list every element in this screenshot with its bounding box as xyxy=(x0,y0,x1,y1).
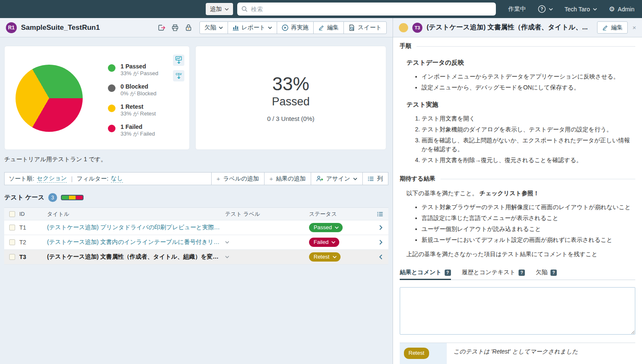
status-pill[interactable]: Failed xyxy=(309,238,339,247)
columns-button[interactable]: 列 xyxy=(362,173,388,185)
row-checkbox[interactable] xyxy=(9,225,15,230)
print-icon[interactable] xyxy=(170,23,180,33)
tab-history-context[interactable]: 履歴とコンテキスト ? xyxy=(462,269,525,280)
add-result-button-label: 結果の追加 xyxy=(276,175,305,183)
list-item: テスト用文書を削除→復元し、復元されることを確認する。 xyxy=(422,156,635,165)
help-badge-icon[interactable]: ? xyxy=(550,270,557,276)
defects-button[interactable]: 欠陥 xyxy=(199,21,228,34)
list-item: テスト対象機能のダイアログを表示し、テストデータ用の設定を行う。 xyxy=(422,125,635,134)
report-button[interactable]: レポート xyxy=(228,21,277,34)
filter-label: フィルター: xyxy=(77,175,108,183)
add-label-button[interactable]: + ラベルの追加 xyxy=(211,173,264,185)
chart-legend: 1 Passed33% が Passed 0 Blocked0% が Block… xyxy=(108,63,158,138)
legend-item-blocked: 0 Blocked0% が Blocked xyxy=(108,83,158,97)
divider xyxy=(440,179,635,179)
svg-text:?: ? xyxy=(540,6,543,11)
chevron-down-icon xyxy=(225,8,229,10)
tab-defects[interactable]: 欠陥 ? xyxy=(536,269,557,280)
open-case-chevron-icon[interactable] xyxy=(379,225,383,230)
help-menu[interactable]: ? xyxy=(538,5,553,13)
filter-value-link[interactable]: なし xyxy=(111,175,123,183)
list-item: 画面を確認し、表記上問題がないか、エクスポートされたデータが正しい情報かを確認す… xyxy=(422,136,635,154)
expected-intro-bold: チェックリスト参照！ xyxy=(480,190,539,196)
label-dropdown-icon[interactable] xyxy=(225,241,229,244)
case-title-link[interactable]: (テストケース追加) 文書属性（作成者、タイトル、組織）を変更する xyxy=(47,253,225,261)
tab-results-comments[interactable]: 結果とコメント ? xyxy=(400,269,451,280)
table-row[interactable]: T1 (テストケース追加) プリンタドライバの印刷プレビューと実際の出力を比較す… xyxy=(4,220,388,235)
row-checkbox[interactable] xyxy=(9,239,15,245)
help-badge-icon[interactable]: ? xyxy=(519,270,525,276)
working-status[interactable]: 作業中 xyxy=(508,5,526,13)
list-item: ユーザー個別レイアウトが読み込まれること xyxy=(422,225,635,233)
search-box[interactable] xyxy=(237,3,496,16)
status-pill[interactable]: Retest xyxy=(309,252,341,262)
select-all-checkbox[interactable] xyxy=(9,211,15,217)
mini-bar-failed xyxy=(76,196,83,199)
top-navbar: 追加 作業中 ? Tech Taro ⚙ Admin xyxy=(0,0,642,18)
columns-config-icon[interactable] xyxy=(377,212,383,217)
status-mini-bar xyxy=(61,195,84,200)
step-group-heading: テスト実施 xyxy=(406,101,635,109)
legend-item-failed: 1 Failed33% が Failed xyxy=(108,123,158,138)
expected-section-header: 期待する結果 xyxy=(400,175,635,183)
case-id: T3 xyxy=(19,254,47,260)
edit-case-button[interactable]: 編集 xyxy=(597,21,628,34)
download-chart-icon[interactable] xyxy=(173,55,184,66)
add-result-button[interactable]: + 結果の追加 xyxy=(264,173,311,185)
columns-button-label: 列 xyxy=(377,175,383,183)
assign-button[interactable]: アサイン xyxy=(311,173,362,185)
open-case-chevron-icon[interactable] xyxy=(379,240,383,245)
admin-label: Admin xyxy=(618,6,634,13)
rerun-button-label: 再実施 xyxy=(291,24,309,31)
export-run-icon[interactable] xyxy=(157,23,167,33)
case-badge: T3 xyxy=(412,23,422,33)
expected-intro: 以下の基準を満たすこと。 チェックリスト参照！ xyxy=(406,190,635,197)
result-meta: Retest 11/17/2025 4:50 PM Tech T. 編集 xyxy=(400,343,447,364)
label-dropdown-icon[interactable] xyxy=(225,256,229,258)
add-button-label: 追加 xyxy=(210,5,222,13)
legend-detail: 33% が Retest xyxy=(121,110,156,117)
pass-rate-card: 33% Passed 0 / 3 Untest (0%) xyxy=(195,46,386,150)
detail-tabs: 結果とコメント ? 履歴とコンテキスト ? 欠陥 ? xyxy=(400,269,635,280)
case-title-link[interactable]: (テストケース追加) 文書内のインラインテーブルに番号付きリストを追加する xyxy=(47,238,225,246)
case-status-dot xyxy=(399,23,408,32)
legend-count: 1 Passed xyxy=(121,63,146,70)
admin-link[interactable]: ⚙ Admin xyxy=(609,6,634,13)
status-pill[interactable]: Passed xyxy=(309,223,343,232)
play-icon xyxy=(282,24,288,31)
row-checkbox[interactable] xyxy=(9,254,15,260)
close-icon[interactable]: × xyxy=(632,24,636,31)
legend-detail: 33% が Passed xyxy=(121,70,158,76)
comment-input[interactable] xyxy=(400,287,635,335)
list-item: インポートメニューからテストデータをアプリケーションに反映させる。 xyxy=(422,72,635,81)
close-case-chevron-icon[interactable] xyxy=(379,254,383,259)
rerun-button[interactable]: 再実施 xyxy=(277,21,314,34)
search-input[interactable] xyxy=(251,6,492,13)
suite-button[interactable]: スイート xyxy=(343,21,387,34)
divider: | xyxy=(69,175,74,182)
add-button[interactable]: 追加 xyxy=(206,3,233,15)
columns-icon xyxy=(368,176,374,181)
download-csv-icon[interactable]: CSV xyxy=(173,70,184,81)
suite-doc-magnifier-icon xyxy=(349,24,355,31)
case-title-link[interactable]: (テストケース追加) プリンタドライバの印刷プレビューと実際の出力を比較する xyxy=(47,224,225,231)
help-icon: ? xyxy=(538,5,546,13)
chevron-down-icon xyxy=(549,8,553,10)
status-pill-label: Retest xyxy=(314,254,330,260)
edit-run-button[interactable]: 編集 xyxy=(313,21,344,34)
detail-body: 手順 テストデータの反映 インポートメニューからテストデータをアプリケーションに… xyxy=(393,37,642,364)
table-row-selected[interactable]: T3 (テストケース追加) 文書属性（作成者、タイトル、組織）を変更する Ret… xyxy=(4,250,388,264)
steps-section-label: 手順 xyxy=(400,42,411,50)
user-menu[interactable]: Tech Taro xyxy=(565,6,597,13)
lock-icon[interactable] xyxy=(183,23,194,33)
plus-icon: + xyxy=(270,175,273,182)
legend-dot xyxy=(108,125,115,132)
case-detail-title: (テストケース追加) 文書属性（作成者、タイトル、... xyxy=(427,23,588,32)
step-group-heading: テストデータの反映 xyxy=(406,59,635,67)
run-title: SampleSuite_TestRun1 xyxy=(21,24,100,32)
sort-value-link[interactable]: セクション xyxy=(37,175,67,183)
help-badge-icon[interactable]: ? xyxy=(445,270,451,276)
table-row[interactable]: T2 (テストケース追加) 文書内のインラインテーブルに番号付きリストを追加する… xyxy=(4,235,388,250)
pass-rate-percent: 33% xyxy=(272,73,309,94)
expected-bullet-list: テスト対象ブラウザーのテスト用解像度にて画面のレイアウトが崩れないこと 言語設定… xyxy=(422,203,635,244)
